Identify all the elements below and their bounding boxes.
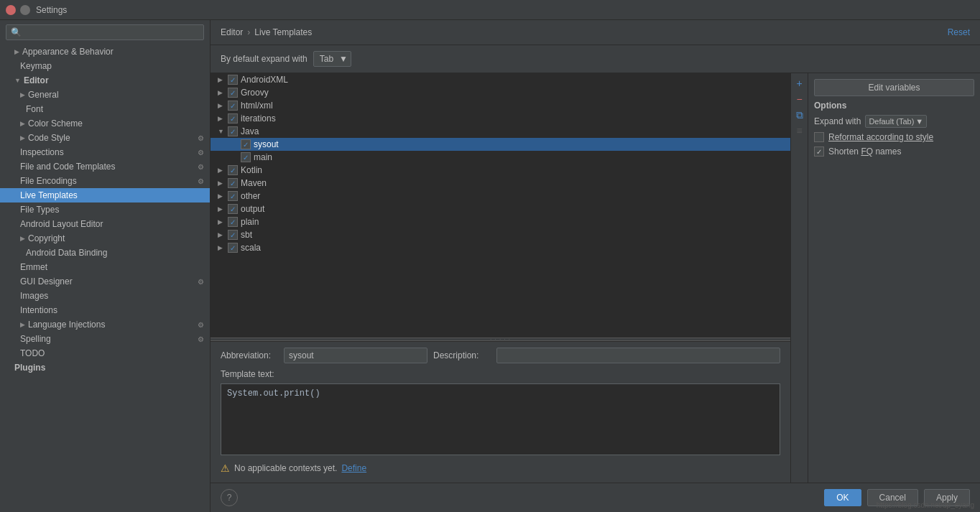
tree-item-kotlin[interactable]: ▶ ✓ Kotlin	[211, 164, 790, 177]
tree-item-scala[interactable]: ▶ ✓ scala	[211, 241, 790, 254]
sidebar-item-emmet[interactable]: Emmet	[0, 260, 210, 274]
sidebar-item-todo[interactable]: TODO	[0, 346, 210, 360]
sidebar-item-label: Appearance & Behavior	[22, 47, 204, 57]
sidebar-item-android-data-binding[interactable]: Android Data Binding	[0, 246, 210, 260]
sidebar-item-label: Plugins	[14, 363, 204, 373]
arrow-icon: ▶	[14, 48, 19, 55]
checkbox-maven[interactable]: ✓	[228, 178, 238, 188]
sidebar-item-appearance[interactable]: ▶ Appearance & Behavior	[0, 45, 210, 59]
sidebar-item-label: Android Layout Editor	[20, 219, 204, 229]
checkbox-other[interactable]: ✓	[228, 191, 238, 201]
sidebar-item-file-code-templates[interactable]: File and Code Templates ⚙	[0, 159, 210, 174]
sidebar-item-copyright[interactable]: ▶ Copyright	[0, 231, 210, 246]
reset-button[interactable]: Reset	[948, 27, 970, 37]
tree-item-label: other	[241, 191, 783, 201]
window-controls	[6, 5, 30, 15]
expand-row: By default expand with Tab ▼	[211, 45, 980, 73]
tree-item-output[interactable]: ▶ ✓ output	[211, 203, 790, 215]
sidebar-item-spelling[interactable]: Spelling ⚙	[0, 332, 210, 346]
tree-item-other[interactable]: ▶ ✓ other	[211, 190, 790, 203]
checkbox-java[interactable]: ✓	[228, 126, 238, 136]
expand-with-select[interactable]: Default (Tab) ▼	[865, 115, 927, 128]
arrow-icon: ▶	[20, 134, 25, 141]
remove-button[interactable]: −	[792, 92, 807, 106]
settings-icon: ⚙	[198, 335, 204, 343]
sidebar-item-color-scheme[interactable]: ▶ Color Scheme	[0, 116, 210, 131]
shorten-fq-checkbox[interactable]: ✓	[814, 146, 824, 157]
checkbox-scala[interactable]: ✓	[228, 243, 238, 253]
sidebar-item-general[interactable]: ▶ General	[0, 88, 210, 102]
sidebar-item-live-templates[interactable]: Live Templates	[0, 188, 210, 203]
title-bar: Settings	[0, 0, 980, 20]
expand-with-row: Expand with Default (Tab) ▼	[814, 115, 974, 128]
edit-variables-button[interactable]: Edit variables	[814, 79, 974, 96]
sidebar-item-android-layout-editor[interactable]: Android Layout Editor	[0, 217, 210, 231]
sidebar-item-code-style[interactable]: ▶ Code Style ⚙	[0, 131, 210, 145]
tree-item-label: sysout	[254, 139, 783, 149]
arrow-icon: ▼	[218, 128, 225, 135]
settings-button[interactable]: ≡	[792, 124, 807, 138]
checkbox-iterations[interactable]: ✓	[228, 113, 238, 124]
add-button[interactable]: +	[792, 76, 807, 90]
sidebar-item-file-types[interactable]: File Types	[0, 203, 210, 217]
tree-item-maven[interactable]: ▶ ✓ Maven	[211, 177, 790, 190]
sidebar-item-images[interactable]: Images	[0, 289, 210, 303]
reformat-row[interactable]: Reformat according to style	[814, 132, 974, 142]
sidebar-item-editor[interactable]: ▼ Editor	[0, 73, 210, 88]
expand-select[interactable]: Tab ▼	[313, 51, 351, 67]
breadcrumb-current: Live Templates	[254, 27, 312, 37]
description-input[interactable]	[496, 348, 780, 363]
arrow-icon: ▶	[218, 180, 225, 187]
checkbox-kotlin[interactable]: ✓	[228, 165, 238, 175]
sidebar-item-plugins[interactable]: Plugins	[0, 360, 210, 375]
tree-item-iterations[interactable]: ▶ ✓ iterations	[211, 112, 790, 125]
define-link[interactable]: Define	[341, 463, 366, 473]
reformat-checkbox[interactable]	[814, 132, 824, 142]
sidebar-item-intentions[interactable]: Intentions	[0, 303, 210, 317]
tree-item-label: html/xml	[241, 101, 783, 111]
shorten-fq-row[interactable]: ✓ Shorten FQ names	[814, 146, 974, 157]
tree-item-main[interactable]: ✓ main	[211, 151, 790, 164]
abbreviation-input[interactable]	[284, 348, 427, 363]
copy-button[interactable]: ⧉	[792, 108, 807, 122]
checkbox-groovy[interactable]: ✓	[228, 88, 238, 98]
window-title: Settings	[36, 5, 67, 15]
checkbox-plain[interactable]: ✓	[228, 217, 238, 227]
checkbox-output[interactable]: ✓	[228, 204, 238, 214]
arrow-icon: ▶	[218, 244, 225, 251]
tree-item-plain[interactable]: ▶ ✓ plain	[211, 215, 790, 228]
tree-item-androidxml[interactable]: ▶ ✓ AndroidXML	[211, 73, 790, 86]
sidebar-item-label: Font	[26, 104, 204, 114]
template-text-area[interactable]: System.out.print()	[221, 383, 780, 455]
checkbox-htmlxml[interactable]: ✓	[228, 101, 238, 111]
sidebar-item-language-injections[interactable]: ▶ Language Injections ⚙	[0, 317, 210, 332]
left-content: ▶ ✓ AndroidXML ▶ ✓ Groovy	[211, 73, 790, 483]
sidebar-item-file-encodings[interactable]: File Encodings ⚙	[0, 174, 210, 188]
arrow-icon: ▶	[20, 321, 25, 328]
checkbox-sysout[interactable]: ✓	[241, 139, 251, 149]
right-panel: Edit variables Options Expand with Defau…	[808, 73, 980, 483]
close-button[interactable]	[6, 5, 16, 15]
help-button[interactable]: ?	[221, 489, 238, 506]
sidebar-item-label: Color Scheme	[28, 118, 204, 129]
tree-item-groovy[interactable]: ▶ ✓ Groovy	[211, 86, 790, 99]
settings-icon: ⚙	[198, 177, 204, 185]
settings-icon: ⚙	[198, 134, 204, 142]
tree-item-sbt[interactable]: ▶ ✓ sbt	[211, 228, 790, 241]
tree-item-label: main	[254, 152, 783, 162]
arrow-icon: ▶	[218, 102, 225, 109]
sidebar-item-keymap[interactable]: Keymap	[0, 59, 210, 73]
checkbox-androidxml[interactable]: ✓	[228, 75, 238, 85]
tree-item-sysout[interactable]: ✓ sysout	[211, 138, 790, 151]
tree-item-htmlxml[interactable]: ▶ ✓ html/xml	[211, 99, 790, 112]
minimize-button[interactable]	[20, 5, 30, 15]
sidebar-item-gui-designer[interactable]: GUI Designer ⚙	[0, 274, 210, 289]
sidebar-item-inspections[interactable]: Inspections ⚙	[0, 145, 210, 159]
ok-button[interactable]: OK	[824, 489, 861, 506]
checkbox-sbt[interactable]: ✓	[228, 230, 238, 240]
checkbox-main[interactable]: ✓	[241, 152, 251, 162]
search-input[interactable]	[6, 24, 204, 40]
tree-item-java[interactable]: ▼ ✓ Java	[211, 125, 790, 138]
arrow-icon: ▶	[20, 235, 25, 242]
sidebar-item-font[interactable]: Font	[0, 102, 210, 116]
